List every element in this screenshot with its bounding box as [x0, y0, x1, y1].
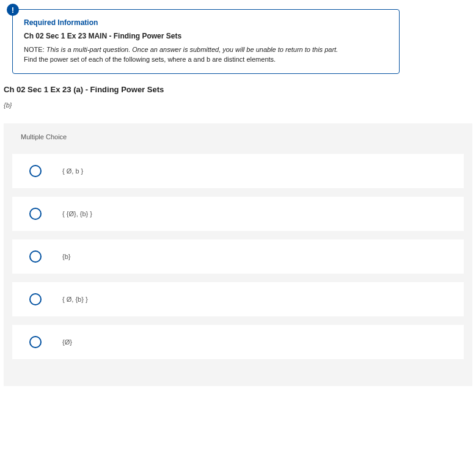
- radio-icon: [29, 165, 42, 177]
- multiple-choice-panel: Multiple Choice { Ø, b } { {Ø}, {b} } {b…: [4, 123, 472, 386]
- radio-icon: [29, 208, 42, 220]
- required-label: Required Information: [24, 18, 388, 27]
- option-text: {b}: [62, 253, 70, 260]
- multiple-choice-options: { Ø, b } { {Ø}, {b} } {b} { Ø, {b} } {Ø}: [4, 154, 472, 359]
- multiple-choice-header: Multiple Choice: [4, 123, 472, 154]
- info-title: Ch 02 Sec 1 Ex 23 MAIN - Finding Power S…: [24, 32, 388, 40]
- option-text: {Ø}: [62, 338, 72, 346]
- info-badge-icon: !: [7, 4, 19, 16]
- question-prompt: {b}: [4, 101, 476, 109]
- info-note: NOTE: This is a multi-part question. Onc…: [24, 45, 388, 65]
- note-italic: This is a multi-part question. Once an a…: [46, 46, 339, 53]
- mc-option-3[interactable]: {b}: [12, 239, 464, 274]
- option-text: { Ø, b }: [62, 167, 83, 175]
- note-body: Find the power set of each of the follow…: [24, 56, 276, 63]
- mc-option-4[interactable]: { Ø, {b} }: [12, 282, 464, 316]
- question-title: Ch 02 Sec 1 Ex 23 (a) - Finding Power Se…: [4, 85, 476, 94]
- radio-icon: [29, 250, 42, 263]
- required-info-box: ! Required Information Ch 02 Sec 1 Ex 23…: [12, 9, 400, 74]
- option-text: { Ø, {b} }: [62, 296, 88, 303]
- radio-icon: [29, 293, 42, 305]
- mc-option-1[interactable]: { Ø, b }: [12, 154, 464, 188]
- note-prefix: NOTE:: [24, 46, 46, 53]
- radio-icon: [29, 336, 42, 348]
- mc-option-2[interactable]: { {Ø}, {b} }: [12, 197, 464, 231]
- mc-option-5[interactable]: {Ø}: [12, 325, 464, 359]
- option-text: { {Ø}, {b} }: [62, 210, 92, 217]
